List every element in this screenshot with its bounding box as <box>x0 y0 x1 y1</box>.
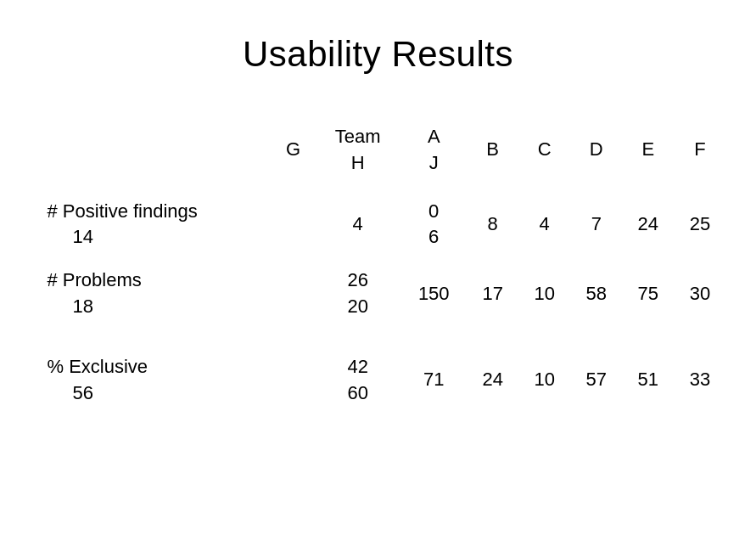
header-row: G Team H A J B C D E F <box>31 117 726 190</box>
positive-findings-row: # Positive findings 14 4 0 6 8 4 7 24 25 <box>31 190 726 260</box>
positive-findings-label: # Positive findings 14 <box>31 190 272 260</box>
exclusive-label: % Exclusive 56 <box>31 346 272 415</box>
header-col-g: G <box>272 117 315 190</box>
header-col-e: E <box>622 117 674 190</box>
positive-findings-col-c: 4 <box>518 190 570 260</box>
exclusive-row: % Exclusive 56 42 60 71 24 10 57 51 33 <box>31 346 726 415</box>
exclusive-col-g <box>272 346 315 415</box>
header-col-b: B <box>467 117 518 190</box>
problems-col-e: 75 <box>622 259 674 329</box>
exclusive-col-f: 33 <box>674 346 725 415</box>
problems-col-d: 58 <box>570 259 622 329</box>
positive-findings-col-f: 25 <box>674 190 725 260</box>
exclusive-col-h: 42 60 <box>315 346 400 415</box>
header-col-c: C <box>518 117 570 190</box>
header-col-f: F <box>674 117 725 190</box>
header-col-d: D <box>570 117 622 190</box>
positive-findings-col-aj: 0 6 <box>400 190 467 260</box>
exclusive-col-b: 24 <box>467 346 518 415</box>
problems-col-c: 10 <box>518 259 570 329</box>
results-table: G Team H A J B C D E F # Positive findin… <box>31 117 726 414</box>
exclusive-col-d: 57 <box>570 346 622 415</box>
exclusive-col-c: 10 <box>518 346 570 415</box>
problems-col-b: 17 <box>467 259 518 329</box>
header-label-cell <box>31 117 272 190</box>
problems-label: # Problems 18 <box>31 259 272 329</box>
page-title: Usability Results <box>243 34 513 75</box>
problems-col-f: 30 <box>674 259 725 329</box>
header-col-h: Team H <box>315 117 400 190</box>
exclusive-col-aj: 71 <box>400 346 467 415</box>
problems-col-h: 26 20 <box>315 259 400 329</box>
exclusive-col-e: 51 <box>622 346 674 415</box>
positive-findings-col-h: 4 <box>315 190 400 260</box>
spacer-row <box>31 329 726 346</box>
header-col-aj: A J <box>400 117 467 190</box>
positive-findings-col-d: 7 <box>570 190 622 260</box>
problems-col-aj: 150 <box>400 259 467 329</box>
positive-findings-col-e: 24 <box>622 190 674 260</box>
problems-row: # Problems 18 26 20 150 17 10 58 75 30 <box>31 259 726 329</box>
positive-findings-col-b: 8 <box>467 190 518 260</box>
problems-col-g <box>272 259 315 329</box>
positive-findings-col-g <box>272 190 315 260</box>
